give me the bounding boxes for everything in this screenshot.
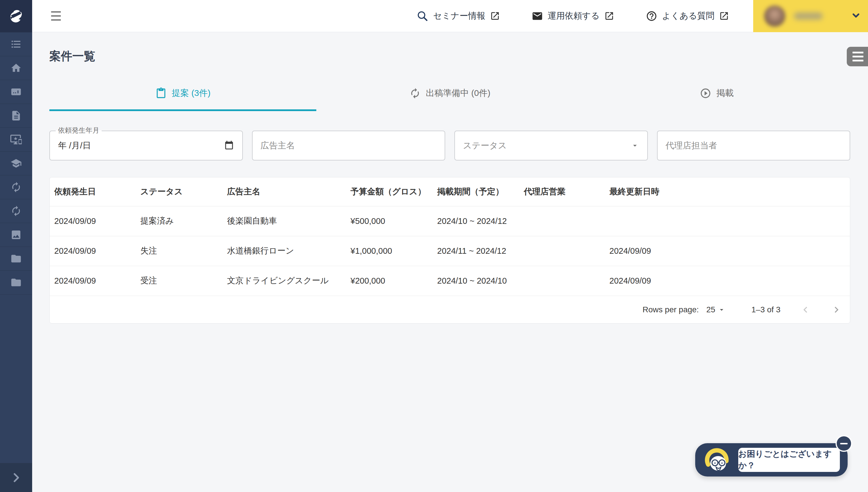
play-circle-icon — [700, 88, 711, 99]
link-seminar-info[interactable]: セミナー情報 — [417, 10, 500, 22]
clipboard-icon — [155, 88, 167, 99]
page-range: 1–3 of 3 — [751, 305, 780, 314]
chat-widget[interactable]: お困りごとはございますか？ — [695, 443, 848, 476]
deals-table-card: 依頼発生日 ステータス 広告主名 予算金額（グロス） 掲載期間（予定） 代理店営… — [49, 177, 850, 323]
logo-icon — [7, 7, 25, 25]
rows-per-page-select[interactable]: 25 — [706, 305, 726, 314]
help-icon — [646, 10, 657, 22]
menu-button[interactable] — [49, 9, 63, 22]
table-header-row: 依頼発生日 ステータス 広告主名 予算金額（グロス） 掲載期間（予定） 代理店営… — [50, 177, 850, 206]
col-agency-sales: 代理店営業 — [519, 177, 605, 206]
cell-agency-sales — [519, 206, 605, 236]
sidebar-item-folder-1[interactable] — [0, 247, 32, 271]
agency-rep-input[interactable] — [666, 141, 842, 150]
cell-budget: ¥500,000 — [346, 206, 432, 236]
sidebar-item-folder-2[interactable] — [0, 271, 32, 295]
hamburger-icon — [51, 11, 61, 13]
prev-page-button[interactable] — [799, 304, 812, 316]
image-icon — [10, 229, 22, 241]
table-row[interactable]: 2024/09/09 受注 文京ドライビングスクール ¥200,000 2024… — [50, 266, 850, 296]
user-name-redacted — [794, 13, 823, 20]
rows-per-page-label: Rows per page: — [643, 305, 699, 314]
sidebar-nav — [0, 32, 32, 295]
cell-updated-at: 2024/09/09 — [605, 266, 850, 296]
next-page-button[interactable] — [830, 304, 842, 316]
open-in-new-icon — [490, 11, 500, 21]
table-row[interactable]: 2024/09/09 提案済み 後楽園自動車 ¥500,000 2024/10 … — [50, 206, 850, 236]
cell-budget: ¥200,000 — [346, 266, 432, 296]
sidebar — [0, 0, 32, 492]
page-title: 案件一覧 — [49, 50, 850, 62]
cell-agency-sales — [519, 236, 605, 266]
document-icon — [10, 110, 22, 121]
filter-advertiser[interactable] — [252, 131, 445, 161]
link-operation-request[interactable]: 運用依頼する — [531, 10, 614, 22]
hamburger-icon — [852, 52, 863, 53]
sidebar-expand-button[interactable] — [0, 463, 32, 492]
tab-label: 出稿準備中 (0件) — [426, 87, 491, 99]
app-logo[interactable] — [0, 0, 32, 32]
cell-budget: ¥1,000,000 — [346, 236, 432, 266]
cell-updated-at: 2024/09/09 — [605, 236, 850, 266]
tab-label: 掲載 — [716, 87, 734, 99]
topbar: セミナー情報 運用依頼する よくある質問 — [32, 0, 868, 32]
cell-status: 受注 — [136, 266, 222, 296]
col-period: 掲載期間（予定） — [432, 177, 519, 206]
tab-preparing[interactable]: 出稿準備中 (0件) — [316, 80, 583, 111]
caret-down-icon — [718, 306, 726, 314]
date-input-value: 年 /月/日 — [58, 140, 91, 152]
col-updated-at: 最終更新日時 — [605, 177, 850, 206]
tab-proposal[interactable]: 提案 (3件) — [49, 80, 316, 111]
table-row[interactable]: 2024/09/09 失注 水道橋銀行ローン ¥1,000,000 2024/1… — [50, 236, 850, 266]
filter-request-month[interactable]: 依頼発生年月 年 /月/日 — [49, 131, 243, 161]
advertiser-input[interactable] — [261, 141, 437, 150]
topbar-links: セミナー情報 運用依頼する よくある質問 — [417, 10, 729, 22]
main-content: 案件一覧 提案 (3件) 出稿準備中 (0件) 掲載 依頼発生年月 年 /月/日 — [32, 32, 868, 492]
tab-published[interactable]: 掲載 — [583, 80, 850, 111]
col-status: ステータス — [136, 177, 222, 206]
calendar-icon[interactable] — [224, 140, 234, 151]
minus-icon — [840, 443, 848, 444]
col-budget: 予算金額（グロス） — [346, 177, 432, 206]
search-icon — [417, 10, 428, 22]
sidebar-item-home[interactable] — [0, 56, 32, 80]
sidebar-item-devices[interactable] — [0, 128, 32, 152]
chat-minimize-button[interactable] — [836, 435, 852, 452]
filter-status[interactable]: ステータス — [454, 131, 648, 161]
link-label: よくある質問 — [662, 10, 714, 22]
tab-bar: 提案 (3件) 出稿準備中 (0件) 掲載 — [49, 80, 850, 111]
sync-icon — [409, 88, 421, 99]
sidebar-item-list[interactable] — [0, 32, 32, 56]
panel-toggle-button[interactable] — [847, 47, 868, 66]
chat-message: お困りごとはございますか？ — [738, 448, 840, 471]
chat-bubble[interactable]: お困りごとはございますか？ — [738, 448, 840, 472]
rows-per-page-value: 25 — [706, 305, 715, 314]
sidebar-item-school[interactable] — [0, 152, 32, 175]
folder-icon — [10, 277, 22, 288]
cell-request-date: 2024/09/09 — [50, 206, 136, 236]
chevron-down-icon — [851, 10, 861, 22]
cell-advertiser: 水道橋銀行ローン — [222, 236, 346, 266]
avatar — [764, 5, 785, 27]
filter-agency-rep[interactable] — [657, 131, 850, 161]
app-root: セミナー情報 運用依頼する よくある質問 — [0, 0, 868, 492]
report-card-icon — [10, 86, 22, 98]
cell-request-date: 2024/09/09 — [50, 236, 136, 266]
pagination: Rows per page: 25 1–3 of 3 — [50, 296, 850, 323]
sidebar-item-document[interactable] — [0, 104, 32, 128]
link-label: セミナー情報 — [433, 10, 486, 22]
sidebar-item-images[interactable] — [0, 223, 32, 247]
link-faq[interactable]: よくある質問 — [646, 10, 729, 22]
caret-down-icon — [630, 141, 639, 150]
cell-status: 提案済み — [136, 206, 222, 236]
user-menu[interactable] — [753, 0, 868, 32]
cell-period: 2024/10 ~ 2024/10 — [432, 266, 519, 296]
sync-icon — [10, 181, 22, 193]
cell-updated-at — [605, 206, 850, 236]
school-icon — [10, 157, 22, 169]
cell-period: 2024/10 ~ 2024/12 — [432, 206, 519, 236]
sidebar-item-report[interactable] — [0, 80, 32, 104]
sidebar-item-sync-1[interactable] — [0, 175, 32, 199]
list-icon — [10, 39, 22, 50]
sidebar-item-sync-2[interactable] — [0, 199, 32, 223]
